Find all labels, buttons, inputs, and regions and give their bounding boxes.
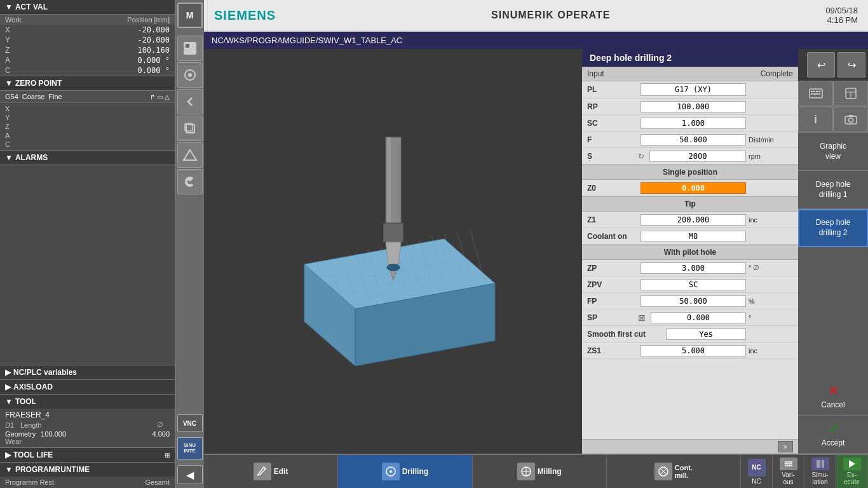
param-zs1-unit: inc (749, 347, 793, 355)
deep-hole-drilling-2-button[interactable]: Deep holedrilling 2 (798, 209, 868, 247)
drilling-label: Drilling (402, 467, 428, 476)
param-zp-label: ZP (587, 264, 638, 273)
svg-point-33 (387, 264, 400, 271)
axis-row-a: A 0.000 ° (0, 55, 175, 65)
axis-label-y: Y (5, 36, 24, 44)
param-s-value[interactable]: 2000 (649, 151, 746, 162)
vnc-button[interactable]: VNC (177, 414, 203, 432)
param-smooth-value[interactable]: Yes (666, 329, 746, 340)
redo-button[interactable]: ↪ (837, 52, 865, 78)
camera-button[interactable] (833, 107, 868, 132)
param-row-zs1: ZS1 5.000 inc (582, 342, 798, 359)
param-zpv-value[interactable]: SC (641, 279, 746, 290)
param-pl-value[interactable]: G17 (XY) (641, 83, 746, 96)
nav-btn-back[interactable] (177, 89, 203, 114)
viewer-area (204, 49, 582, 454)
sinu-inte-button[interactable]: SINU INTE (177, 437, 203, 460)
zero-icons: ↱ ▭ △ (150, 93, 170, 100)
top-header: SIEMENS SINUMERIK OPERATE 09/05/18 4:16 … (204, 0, 868, 32)
various-button[interactable]: Vari-ous (773, 455, 804, 488)
info-button[interactable]: i (798, 107, 833, 132)
nav-btn-copy[interactable] (177, 116, 203, 141)
edit-button[interactable]: Edit (204, 455, 338, 488)
input-label: Input (587, 69, 604, 78)
nc-button[interactable]: NC NC (741, 455, 773, 488)
param-row-sc: SC 1.000 (582, 115, 798, 132)
param-fp-value[interactable]: 50.000 (641, 295, 746, 307)
param-pl-label: PL (587, 85, 638, 94)
tool-info-row: D1 Length ∅ (5, 421, 170, 429)
nav-btn-wrench[interactable] (177, 169, 203, 194)
svg-marker-6 (184, 150, 196, 160)
d1-value: 4.000 (152, 430, 170, 438)
work-label: Work (5, 16, 24, 24)
axisload-header[interactable]: ▶ AXISLOAD (0, 379, 175, 394)
param-zs1-value[interactable]: 5.000 (641, 345, 746, 356)
param-z0-value[interactable]: 0.000 (641, 182, 746, 194)
svg-marker-63 (849, 460, 855, 468)
info-camera-buttons: i (798, 107, 868, 133)
scroll-down-button[interactable]: > (778, 441, 793, 452)
act-val-title: ACT VAL (15, 3, 48, 11)
params-header: Deep hole drilling 2 (582, 49, 798, 67)
param-rp-value[interactable]: 100.000 (641, 101, 746, 112)
zero-axis-x: X (5, 104, 170, 113)
cont-mill-icon (654, 463, 672, 480)
datetime: 09/05/18 4:16 PM (825, 6, 858, 25)
tool-life-title: TOOL LIFE (13, 451, 53, 459)
deep-hole-drilling-1-button[interactable]: Deep holedrilling 1 (798, 171, 868, 209)
nav-btn-circle[interactable] (177, 62, 203, 88)
param-f-value[interactable]: 50.000 (641, 134, 746, 146)
undo-button[interactable]: ↩ (807, 52, 835, 78)
date: 09/05/18 (825, 6, 858, 15)
sinu-inte-label: SINU INTE (184, 443, 196, 454)
milling-label: Milling (538, 467, 562, 476)
right-sidebar: ↩ ↪ i (798, 49, 868, 454)
cont-mill-button[interactable]: Cont.mill. (607, 455, 741, 488)
coarse-label: Coarse (22, 93, 44, 100)
deep-hole-1-label: Deep holedrilling 1 (816, 180, 851, 200)
calc-button[interactable] (833, 81, 868, 106)
with-pilot-hole-label: With pilot hole (582, 245, 798, 260)
bottom-toolbar: Edit Drilling Milling Cont (204, 454, 868, 488)
tool-life-header[interactable]: ▶ TOOL LIFE ⊞ (0, 447, 175, 462)
accept-button[interactable]: ✓ Accept (798, 416, 868, 454)
zero-axis-a: A (5, 131, 170, 140)
execute-icon (843, 458, 861, 470)
simulation-button[interactable]: Simu-lation (804, 455, 836, 488)
svg-point-3 (188, 73, 192, 77)
param-coolant-value[interactable]: M8 (641, 231, 746, 242)
act-val-table: Work Position [mm] X -20.000 Y -20.000 Z… (0, 15, 175, 76)
single-position-label: Single position (582, 165, 798, 180)
param-smooth-label: Smooth first cut (587, 330, 663, 339)
execute-label: Ex-ecute (844, 471, 859, 485)
param-sp-unit: ° (749, 314, 793, 322)
scroll-area: > (582, 439, 798, 454)
nav-back-arrow[interactable]: ◀ (177, 465, 203, 484)
axis-label-z: Z (5, 46, 24, 55)
param-zp-value[interactable]: 3.000 (641, 262, 746, 274)
tool-arrow: ▼ (5, 397, 13, 406)
keyboard-button[interactable] (798, 81, 833, 106)
milling-button[interactable]: Milling (473, 455, 607, 488)
accept-label: Accept (822, 438, 845, 449)
nav-btn-triangle[interactable] (177, 142, 203, 168)
graphic-view-button[interactable]: Graphicview (798, 133, 868, 171)
param-row-f: F 50.000 Dist/min (582, 132, 798, 148)
param-sp-value[interactable]: 0.000 (651, 312, 746, 323)
axis-row-y: Y -20.000 (0, 35, 175, 45)
param-row-rp: RP 100.000 (582, 98, 798, 115)
alarms-title: ALARMS (15, 153, 48, 162)
param-z1-value[interactable]: 200.000 (641, 214, 746, 226)
param-sc-value[interactable]: 1.000 (641, 118, 746, 129)
param-sc-label: SC (587, 119, 638, 128)
drilling-button[interactable]: Drilling (338, 455, 472, 488)
execute-button[interactable]: Ex-ecute (836, 455, 868, 488)
cancel-button[interactable]: ✕ Cancel (798, 377, 868, 416)
zero-point-sub: G54 Coarse Fine ↱ ▭ △ (0, 91, 175, 103)
nav-btn-1[interactable] (177, 36, 203, 61)
nc-plc-header[interactable]: ▶ NC/PLC variables (0, 365, 175, 379)
param-rp-label: RP (587, 102, 638, 111)
m-button[interactable]: M (177, 3, 203, 28)
param-row-zpv: ZPV SC (582, 276, 798, 293)
